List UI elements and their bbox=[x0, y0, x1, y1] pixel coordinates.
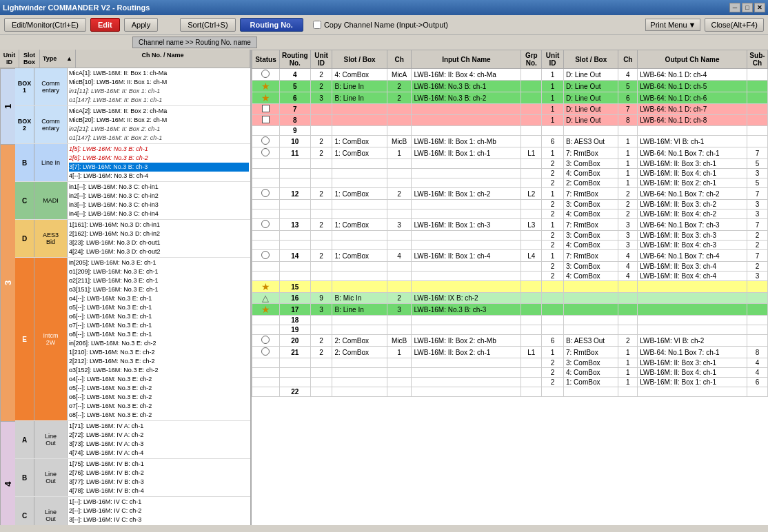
list-item[interactable]: in2[--]: LWB-16M: No.3 C: ch-in2 bbox=[69, 192, 249, 201]
table-cell-grp-no bbox=[521, 209, 542, 219]
table-row[interactable]: 4 2 4: ComBox MicA LWB-16M: II: Box 4: c… bbox=[252, 69, 768, 81]
list-item[interactable]: 3[--]: LWB-16M: IV C: ch-3 bbox=[69, 515, 249, 524]
list-item[interactable]: 2[6]: LWB-16M: No.3 B: ch-2 bbox=[69, 154, 249, 163]
edit-monitor-button[interactable]: Edit/Monitor(Ctrl+E) bbox=[4, 18, 86, 32]
minimize-button[interactable]: ─ bbox=[729, 3, 740, 12]
list-item[interactable]: in3[--]: LWB-16M: No.3 C: ch-in3 bbox=[69, 201, 249, 209]
apply-button[interactable]: Apply bbox=[124, 18, 159, 32]
list-item[interactable]: 3[73]: LWB-16M: IV A: ch-3 bbox=[69, 440, 249, 449]
list-item[interactable]: 4[74]: LWB-16M: IV A: ch-4 bbox=[69, 449, 249, 458]
list-item[interactable]: 1[161]: LWB-16M: No.3 D: ch-in1 bbox=[69, 221, 249, 229]
list-item[interactable]: 1[75]: LWB-16M: IV B: ch-1 bbox=[69, 460, 249, 469]
list-item[interactable]: MicA[2]: LWB-16M: II: Box 2: ch-Ma bbox=[69, 107, 249, 116]
left-body[interactable]: 1 BOX1 Commentary MicA[1]: LWB-16M: II: … bbox=[0, 68, 250, 525]
list-item[interactable]: MicB[20]: LWB-16M: II: Box 2: ch-M bbox=[69, 116, 249, 125]
list-item[interactable]: o6[--]: LWB-16M: No.3 E: ch-1 bbox=[69, 312, 249, 321]
list-item[interactable]: 4[--]: LWB-16M: No.3 B: ch-4 bbox=[69, 172, 249, 181]
list-item[interactable]: 4[--]: LWB-16M: IV C: ch-4 bbox=[69, 524, 249, 525]
edit-button[interactable]: Edit bbox=[90, 18, 120, 32]
list-item[interactable]: o4[--]: LWB-16M: No.3 E: ch-2 bbox=[69, 375, 249, 384]
list-item[interactable]: o2[211]: LWB-16M: No.3 E: ch-1 bbox=[69, 276, 249, 285]
list-item[interactable]: 1[71]: LWB-16M: IV A: ch-1 bbox=[69, 422, 249, 431]
list-item[interactable]: o3[152]: LWB-16M: No.3 E: ch-2 bbox=[69, 366, 249, 375]
list-item[interactable]: 1[5]: LWB-16M: No.3 B: ch-1 bbox=[69, 145, 249, 154]
list-item[interactable]: 4[78]: LWB-16M: IV B: ch-4 bbox=[69, 487, 249, 495]
table-row[interactable]: 2 3: ComBox 1 LWB-16M: II: Box 3: ch-1 4 bbox=[252, 358, 768, 368]
list-item[interactable]: 2[162]: LWB-16M: No.3 D: ch-in2 bbox=[69, 229, 249, 238]
maximize-button[interactable]: □ bbox=[742, 3, 753, 12]
list-item[interactable]: o4[--]: LWB-16M: No.3 E: ch-1 bbox=[69, 294, 249, 303]
table-row[interactable]: ★ 15 bbox=[252, 281, 768, 293]
list-item[interactable]: o1[147]: LWB-16M: II: Box 2: ch-1 bbox=[69, 134, 249, 143]
routing-table-container[interactable]: Status RoutingNo. UnitID Slot / Box Ch I… bbox=[252, 50, 768, 525]
routing-no-button[interactable]: Routing No. bbox=[240, 18, 303, 32]
list-item[interactable]: o6[--]: LWB-16M: No.3 E: ch-2 bbox=[69, 393, 249, 402]
table-row[interactable]: 22 bbox=[252, 387, 768, 397]
list-item[interactable]: 2[72]: LWB-16M: IV A: ch-2 bbox=[69, 431, 249, 440]
table-row[interactable]: 21 2 2: ComBox 1 LWB-16M: II: Box 2: ch-… bbox=[252, 347, 768, 358]
channel-arrow-button[interactable]: Channel name >> Routing No. name bbox=[132, 37, 257, 48]
table-row[interactable]: 2 4: ComBox 1 LWB-16M: II: Box 4: ch-1 3 bbox=[252, 169, 768, 178]
list-item[interactable]: 4[24]: LWB-16M: No.3 D: ch-out2 bbox=[69, 247, 249, 256]
list-item[interactable]: in4[--]: LWB-16M: No.3 C: ch-in4 bbox=[69, 209, 249, 218]
list-item[interactable]: in1[--]: LWB-16M: No.3 C: ch-in1 bbox=[69, 183, 249, 192]
table-row[interactable]: 2 3: ComBox 1 LWB-16M: II: Box 3: ch-1 5 bbox=[252, 159, 768, 169]
list-item[interactable]: 3[23]: LWB-16M: No.3 D: ch-out1 bbox=[69, 238, 249, 247]
list-item[interactable]: 2[--]: LWB-16M: IV C: ch-2 bbox=[69, 507, 249, 515]
list-item[interactable]: o8[--]: LWB-16M: No.3 E: ch-2 bbox=[69, 411, 249, 420]
table-row[interactable]: 2 1: ComBox 1 LWB-16M: II: Box 1: ch-1 6 bbox=[252, 378, 768, 387]
table-row[interactable]: 7 1 D: Line Out 7 LWB-64: No.1 D: ch-7 bbox=[252, 104, 768, 115]
table-row[interactable]: 11 2 1: ComBox 1 LWB-16M: II: Box 1: ch-… bbox=[252, 147, 768, 159]
print-menu-button[interactable]: Print Menu ▼ bbox=[645, 19, 700, 31]
list-item[interactable]: in1[11]: LWB-16M: II: Box 1: ch-1 bbox=[69, 87, 249, 96]
list-item[interactable]: o5[--]: LWB-16M: No.3 E: ch-1 bbox=[69, 303, 249, 312]
table-cell-slot-box-out: 3: ComBox bbox=[564, 262, 618, 272]
table-row[interactable]: 19 bbox=[252, 325, 768, 335]
table-row[interactable]: 20 2 2: ComBox MicB LWB-16M: II: Box 2: … bbox=[252, 335, 768, 347]
table-row[interactable]: 2 4: ComBox 2 LWB-16M: II: Box 4: ch-2 3 bbox=[252, 209, 768, 219]
table-row[interactable]: ★ 5 2 B: Line In 2 LWB-16M: No.3 B: ch-1… bbox=[252, 81, 768, 92]
list-item[interactable]: o3[151]: LWB-16M: No.3 E: ch-1 bbox=[69, 285, 249, 294]
close-window-button[interactable]: ✕ bbox=[754, 3, 765, 12]
list-item[interactable]: o8[--]: LWB-16M: No.3 E: ch-1 bbox=[69, 330, 249, 339]
table-row[interactable]: 2 3: ComBox 3 LWB-16M: II: Box 3: ch-3 2 bbox=[252, 231, 768, 241]
list-item[interactable]: o5[--]: LWB-16M: No.3 E: ch-2 bbox=[69, 384, 249, 393]
sort-button[interactable]: Sort(Ctrl+S) bbox=[180, 18, 235, 32]
table-row[interactable]: 18 bbox=[252, 316, 768, 325]
table-row[interactable]: 10 2 1: ComBox MicB LWB-16M: II: Box 1: … bbox=[252, 136, 768, 147]
list-item[interactable]: MicB[10]: LWB-16M: II: Box 1: ch-M bbox=[69, 78, 249, 87]
list-item[interactable]: MicA[1]: LWB-16M: II: Box 1: ch-Ma bbox=[69, 69, 249, 78]
table-row[interactable]: 13 2 1: ComBox 3 LWB-16M: II: Box 1: ch-… bbox=[252, 219, 768, 231]
list-item[interactable]: in[206]: LWB-16M: No.3 E: ch-2 bbox=[69, 339, 249, 348]
table-row[interactable]: 2 3: ComBox 4 LWB-16M: II: Box 3: ch-4 2 bbox=[252, 262, 768, 272]
table-cell-slot-box-out: 3: ComBox bbox=[564, 159, 618, 169]
table-row[interactable]: 2 4: ComBox 1 LWB-16M: II: Box 4: ch-1 4 bbox=[252, 368, 768, 378]
table-row[interactable]: ★ 17 3 B: Line In 3 LWB-16M: No.3 B: ch-… bbox=[252, 304, 768, 316]
table-row[interactable]: 2 3: ComBox 2 LWB-16M: II: Box 3: ch-2 3 bbox=[252, 200, 768, 209]
close-button[interactable]: Close(Alt+F4) bbox=[705, 18, 764, 32]
list-item[interactable]: 3[7]: LWB-16M: No.3 B: ch-3 bbox=[69, 163, 249, 172]
table-row[interactable]: 14 2 1: ComBox 4 LWB-16M: II: Box 1: ch-… bbox=[252, 250, 768, 262]
table-row[interactable]: 9 bbox=[252, 126, 768, 136]
list-item[interactable]: in2[21]: LWB-16M: II: Box 2: ch-1 bbox=[69, 125, 249, 134]
table-row[interactable]: 2 4: ComBox 3 LWB-16M: II: Box 4: ch-3 2 bbox=[252, 241, 768, 250]
list-item[interactable]: 2[76]: LWB-16M: IV B: ch-2 bbox=[69, 469, 249, 478]
list-item[interactable]: o1[147]: LWB-16M: II: Box 1: ch-1 bbox=[69, 96, 249, 105]
list-item[interactable]: 1[210]: LWB-16M: No.3 E: ch-2 bbox=[69, 348, 249, 357]
table-row[interactable]: 12 2 1: ComBox 2 LWB-16M: II: Box 1: ch-… bbox=[252, 188, 768, 200]
list-item[interactable]: o1[209]: LWB-16M: No.3 E: ch-1 bbox=[69, 267, 249, 276]
list-item[interactable]: o7[--]: LWB-16M: No.3 E: ch-1 bbox=[69, 321, 249, 330]
table-row[interactable]: △ 16 9 B: Mic In 2 LWB-16M: IX B: ch-2 bbox=[252, 293, 768, 304]
table-row[interactable]: 2 2: ComBox 1 LWB-16M: II: Box 2: ch-1 5 bbox=[252, 178, 768, 188]
table-row[interactable]: ★ 6 3 B: Line In 2 LWB-16M: No.3 B: ch-2… bbox=[252, 92, 768, 104]
copy-channel-checkbox[interactable] bbox=[313, 21, 321, 29]
table-row[interactable]: 8 1 D: Line Out 8 LWB-64: No.1 D: ch-8 bbox=[252, 115, 768, 126]
table-row[interactable]: 2 4: ComBox 4 LWB-16M: II: Box 4: ch-4 3 bbox=[252, 272, 768, 281]
list-item[interactable]: 3[77]: LWB-16M: IV B: ch-3 bbox=[69, 478, 249, 487]
list-item[interactable]: 1[--]: LWB-16M: IV C: ch-1 bbox=[69, 498, 249, 507]
table-cell-unit-id-out: 2 bbox=[542, 358, 564, 368]
list-item[interactable]: o7[--]: LWB-16M: No.3 E: ch-2 bbox=[69, 402, 249, 411]
list-item[interactable]: 2[212]: LWB-16M: No.3 E: ch-2 bbox=[69, 357, 249, 366]
list-item[interactable]: in[205]: LWB-16M: No.3 E: ch-1 bbox=[69, 258, 249, 267]
type-sort-icon[interactable]: ▲ bbox=[66, 55, 72, 62]
